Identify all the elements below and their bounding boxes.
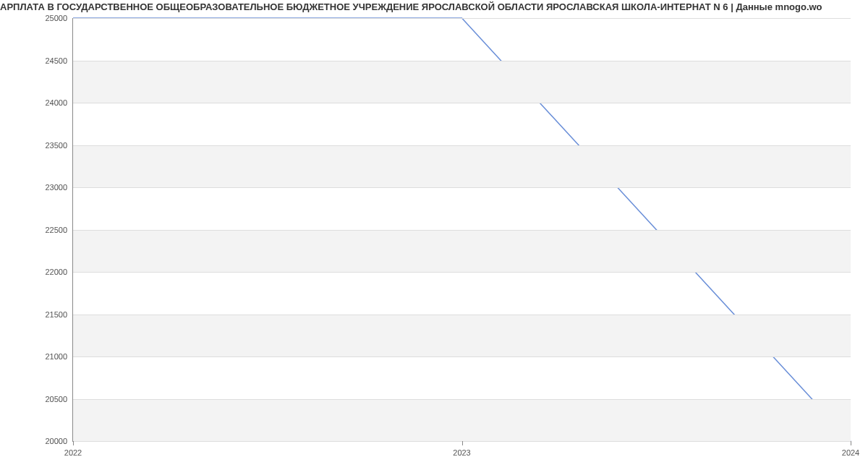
x-tick: [462, 441, 463, 445]
grid-band: [73, 145, 851, 188]
y-gridline: [73, 272, 851, 273]
x-tick-label: 2023: [453, 448, 470, 457]
y-tick-label: 22500: [2, 226, 67, 234]
x-tick: [73, 441, 74, 445]
y-tick-label: 21500: [2, 310, 67, 319]
y-tick-label: 23000: [2, 183, 67, 192]
y-gridline: [73, 103, 851, 103]
y-gridline: [73, 187, 851, 188]
chart-title: АРПЛАТА В ГОСУДАРСТВЕННОЕ ОБЩЕОБРАЗОВАТЕ…: [0, 1, 868, 12]
y-tick-label: 22000: [2, 268, 67, 276]
y-gridline: [73, 356, 851, 357]
y-tick-label: 23500: [2, 141, 67, 150]
y-gridline: [73, 399, 851, 400]
y-tick-label: 24000: [2, 98, 67, 107]
y-tick-label: 25000: [2, 14, 67, 22]
y-gridline: [73, 61, 851, 61]
x-tick-label: 2022: [64, 448, 82, 457]
y-gridline: [73, 145, 851, 146]
grid-band: [73, 61, 851, 103]
y-tick-label: 21000: [2, 352, 67, 361]
y-gridline: [73, 18, 851, 19]
y-tick-label: 20000: [2, 437, 67, 445]
plot-area: 2000020500210002150022000225002300023500…: [72, 18, 851, 442]
y-gridline: [73, 315, 851, 315]
x-tick-label: 2024: [842, 448, 859, 457]
y-gridline: [73, 230, 851, 231]
grid-band: [73, 399, 851, 442]
x-tick: [851, 441, 851, 445]
grid-band: [73, 315, 851, 357]
y-tick-label: 24500: [2, 56, 67, 65]
y-tick-label: 20500: [2, 395, 67, 403]
grid-band: [73, 230, 851, 273]
chart-container: АРПЛАТА В ГОСУДАРСТВЕННОЕ ОБЩЕОБРАЗОВАТЕ…: [0, 0, 868, 470]
